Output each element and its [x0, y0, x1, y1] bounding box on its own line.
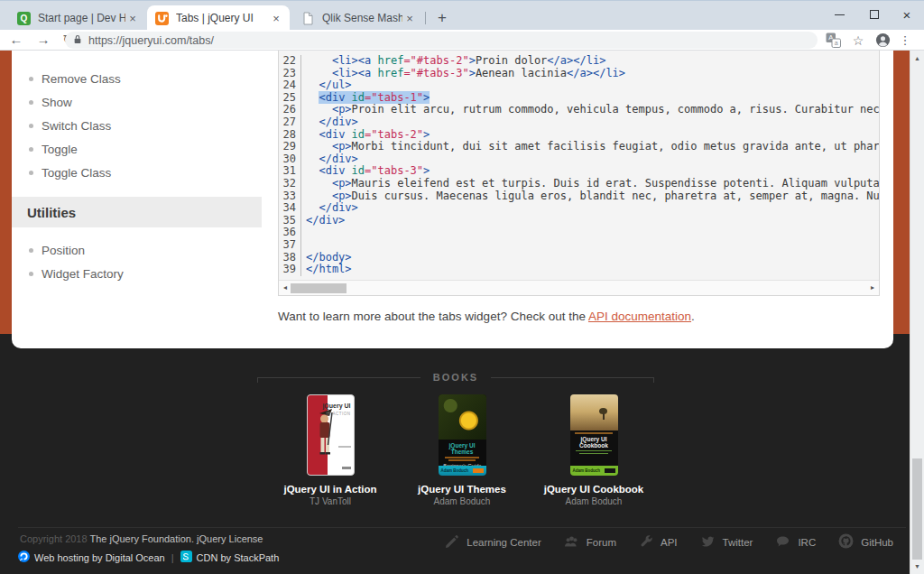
footer-link-learning-center[interactable]: Learning Center: [445, 534, 541, 551]
svg-text:a: a: [834, 40, 837, 46]
vertical-scrollbar-thumb[interactable]: [912, 458, 922, 560]
sidebar-item-widget-factory[interactable]: Widget Factory: [29, 267, 124, 281]
page-viewport: Remove Class Show Switch Class Toggle To…: [0, 51, 924, 574]
scroll-right-icon[interactable]: ▸: [867, 281, 878, 295]
line-number: 34: [279, 202, 301, 215]
address-bar[interactable]: https://jqueryui.com/tabs/: [65, 32, 818, 49]
book-cover[interactable]: jQuery UI Themes Beginner's Guide Adam B…: [439, 394, 486, 476]
jquery-license-link[interactable]: jQuery License: [197, 533, 263, 544]
tab-title: Tabs | jQuery UI: [176, 12, 269, 24]
sidebar-item-position[interactable]: Position: [29, 244, 85, 257]
sidebar-item-label: Position: [42, 244, 85, 257]
browser-tab-start-page[interactable]: Q Start page | Dev Hub ×: [9, 5, 146, 31]
book-jquery-ui-cookbook: jQuery UI Cookbook Adam Boduch jQuery UI…: [528, 394, 660, 506]
hosting-link[interactable]: Web hosting by Digital Ocean: [34, 552, 165, 563]
cover-detail-bar: [575, 432, 613, 434]
footer-link-irc[interactable]: IRC: [775, 534, 816, 551]
window-minimize-button[interactable]: [825, 1, 854, 28]
cover-title: jQuery UI: [322, 403, 350, 409]
cover-detail-bar: [576, 450, 612, 451]
bookmark-star-icon[interactable]: ☆: [849, 32, 867, 49]
footer-divider: [18, 527, 906, 528]
foundation-text: The jQuery Foundation.: [89, 533, 194, 544]
profile-avatar-icon[interactable]: [873, 32, 892, 49]
book-cover[interactable]: jQuery UI Cookbook Adam Boduch: [570, 394, 618, 476]
digitalocean-icon: [18, 551, 30, 564]
back-button[interactable]: ←: [6, 30, 26, 50]
code-lines: 22 <li><a href="#tabs-2">Proin dolor</a>…: [279, 51, 879, 276]
cdn-link[interactable]: CDN by StackPath: [197, 552, 280, 563]
window-maximize-button[interactable]: [860, 1, 889, 28]
footer-link-api[interactable]: API: [639, 534, 678, 551]
browser-tab-qlik-mashup[interactable]: Qlik Sense Mashup ×: [292, 5, 423, 31]
sidebar-item-label: Show: [42, 96, 72, 109]
code-line: 35</div>: [279, 215, 879, 227]
book-cover[interactable]: jQuery UI IN ACTION: [307, 394, 355, 476]
sidebar-item-toggle[interactable]: Toggle: [29, 143, 78, 156]
code-line: 39</html>: [279, 264, 879, 276]
scroll-left-icon[interactable]: ◂: [280, 281, 291, 295]
github-icon: [838, 533, 854, 551]
sidebar-item-label: Switch Class: [42, 119, 111, 133]
maximize-icon: [870, 10, 879, 19]
page-vertical-scrollbar[interactable]: ▲ ▼: [910, 51, 924, 574]
section-title: Utilities: [27, 205, 76, 220]
sidebar-item-label: Remove Class: [42, 72, 121, 86]
scroll-down-icon[interactable]: ▼: [910, 563, 924, 569]
code-viewer: 22 <li><a href="#tabs-2">Proin dolor</a>…: [278, 51, 880, 296]
bullet-icon: [29, 147, 33, 152]
cover-title-band: jQuery UI Cookbook: [570, 430, 618, 466]
footer-link-label: IRC: [798, 537, 816, 548]
sidebar-item-label: Toggle: [42, 143, 78, 156]
learn-more-text: Want to learn more about the tabs widget…: [278, 310, 588, 323]
new-tab-button[interactable]: +: [431, 7, 453, 29]
bullet-icon: [29, 124, 33, 128]
line-number: 39: [279, 264, 301, 276]
pencil-icon: [445, 534, 459, 551]
cover-bottom-bar: Adam Boduch: [439, 466, 486, 476]
translate-icon[interactable]: A a: [824, 32, 842, 49]
footer-link-twitter[interactable]: Twitter: [700, 534, 753, 551]
cover-detail-bar: [448, 459, 475, 461]
sidebar-item-show[interactable]: Show: [29, 96, 72, 109]
code-horizontal-scrollbar[interactable]: ◂ ▸: [279, 280, 879, 295]
cover-detail-bar: [338, 446, 351, 448]
line-number: 31: [279, 165, 301, 178]
browser-tab-jqueryui-active[interactable]: Tabs | jQuery UI ×: [147, 5, 290, 31]
sidebar-item-switch-class[interactable]: Switch Class: [29, 119, 111, 133]
browser-toolbar: ← → ↻ https://jqueryui.com/tabs/ A a ☆ ⋮: [0, 30, 924, 51]
line-number: 23: [279, 68, 301, 80]
footer-link-label: Forum: [587, 537, 616, 548]
footer-link-forum[interactable]: Forum: [564, 534, 616, 551]
sidebar-section-utilities: Utilities: [12, 197, 262, 227]
window-close-button[interactable]: ×: [892, 1, 921, 28]
url-text: https://jqueryui.com/tabs/: [88, 34, 214, 47]
jqueryui-favicon-icon: [155, 12, 169, 25]
stackpath-icon: [180, 551, 192, 564]
tab-close-icon[interactable]: ×: [269, 12, 283, 25]
sidebar-item-label: Widget Factory: [42, 267, 124, 281]
cover-detail-bar: [579, 453, 608, 454]
cover-title: jQuery UI Cookbook: [570, 436, 618, 449]
code-line: 22 <li><a href="#tabs-2">Proin dolor</a>…: [279, 55, 879, 68]
book-title[interactable]: jQuery UI Cookbook: [544, 484, 644, 495]
browser-menu-icon[interactable]: ⋮: [899, 32, 911, 49]
scroll-up-icon[interactable]: ▲: [910, 55, 924, 61]
sidebar-item-toggle-class[interactable]: Toggle Class: [29, 166, 111, 180]
book-title[interactable]: jQuery UI in Action: [283, 484, 376, 495]
sidebar-item-remove-class[interactable]: Remove Class: [29, 72, 121, 86]
publisher-logo: [605, 468, 615, 473]
tab-close-icon[interactable]: ×: [402, 12, 417, 25]
cover-subtitle: IN ACTION: [326, 412, 350, 416]
footer-link-github[interactable]: GitHub: [838, 533, 893, 551]
book-title[interactable]: jQuery UI Themes: [418, 484, 506, 495]
legend-line: [491, 377, 654, 383]
api-documentation-link[interactable]: API documentation: [588, 310, 691, 323]
forward-button[interactable]: →: [33, 30, 53, 50]
tab-close-icon[interactable]: ×: [125, 12, 140, 25]
line-number: 33: [279, 190, 301, 203]
code-line: 36: [279, 227, 879, 239]
horizontal-scrollbar-thumb[interactable]: [291, 283, 346, 293]
publisher-logo: [473, 468, 484, 473]
separator: |: [171, 552, 174, 563]
